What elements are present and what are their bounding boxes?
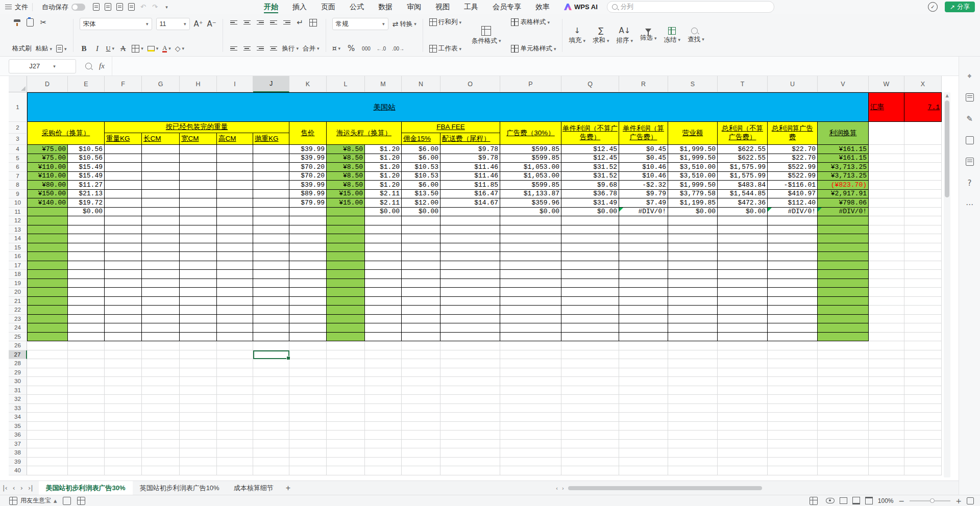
cell[interactable] bbox=[105, 413, 142, 422]
cell[interactable] bbox=[327, 413, 365, 422]
cell[interactable] bbox=[253, 216, 289, 225]
cell[interactable] bbox=[180, 234, 217, 243]
cell[interactable] bbox=[327, 404, 365, 413]
cell[interactable] bbox=[440, 216, 500, 225]
cell[interactable] bbox=[68, 341, 105, 350]
cell[interactable] bbox=[818, 216, 869, 225]
cell[interactable] bbox=[253, 234, 289, 243]
pen-icon[interactable]: ✎ bbox=[965, 114, 975, 124]
cell[interactable] bbox=[440, 323, 500, 333]
cell[interactable]: ¥8.50 bbox=[327, 181, 365, 190]
cell[interactable] bbox=[561, 297, 619, 306]
cell[interactable] bbox=[904, 440, 942, 449]
select-cursor-icon[interactable]: ⌖ bbox=[965, 71, 975, 81]
cell[interactable] bbox=[561, 386, 619, 395]
cell[interactable] bbox=[253, 448, 289, 458]
cell[interactable] bbox=[365, 431, 402, 440]
file-menu[interactable]: 文件 bbox=[15, 3, 28, 12]
page-layout-view-icon[interactable] bbox=[852, 497, 860, 504]
align-left-icon[interactable] bbox=[229, 44, 238, 53]
row-header[interactable]: 24 bbox=[9, 323, 27, 333]
cell[interactable] bbox=[904, 172, 942, 181]
cell[interactable] bbox=[253, 225, 289, 235]
cell[interactable] bbox=[68, 404, 105, 413]
cell[interactable] bbox=[365, 458, 402, 467]
cell[interactable] bbox=[818, 350, 869, 360]
column-header[interactable]: K bbox=[289, 76, 327, 92]
column-header[interactable]: G bbox=[142, 76, 180, 92]
cell[interactable]: $522.99 bbox=[768, 172, 818, 181]
cell[interactable] bbox=[561, 225, 619, 235]
cell[interactable] bbox=[327, 386, 365, 395]
borders-button[interactable]: ▾ bbox=[132, 45, 143, 53]
header-cell[interactable]: 抛重KG bbox=[253, 133, 289, 145]
cell[interactable] bbox=[440, 297, 500, 306]
cell[interactable] bbox=[180, 270, 217, 279]
cell[interactable]: $70.20 bbox=[289, 163, 327, 172]
cell[interactable] bbox=[217, 323, 253, 333]
cell[interactable] bbox=[668, 448, 718, 458]
cell[interactable] bbox=[289, 323, 327, 333]
cell[interactable] bbox=[327, 270, 365, 279]
cell[interactable] bbox=[718, 404, 768, 413]
visibility-icon[interactable] bbox=[826, 498, 835, 503]
cell[interactable] bbox=[619, 252, 668, 261]
cell[interactable] bbox=[904, 234, 942, 243]
decrease-indent-icon[interactable] bbox=[269, 18, 278, 27]
cell[interactable] bbox=[68, 333, 105, 342]
cell[interactable] bbox=[365, 306, 402, 315]
cell[interactable] bbox=[253, 208, 289, 217]
cell[interactable] bbox=[818, 448, 869, 458]
cell[interactable]: ¥75.00 bbox=[27, 154, 68, 163]
cell[interactable]: ¥80.00 bbox=[27, 181, 68, 190]
cell[interactable]: $1,133.87 bbox=[500, 190, 561, 199]
cell[interactable] bbox=[327, 368, 365, 377]
cell[interactable] bbox=[619, 279, 668, 288]
cell[interactable] bbox=[365, 404, 402, 413]
prev-sheet-icon[interactable]: ‹ bbox=[10, 484, 18, 492]
cell[interactable] bbox=[869, 145, 904, 154]
cell[interactable] bbox=[402, 270, 440, 279]
row-header[interactable]: 34 bbox=[9, 413, 27, 422]
cell[interactable] bbox=[718, 413, 768, 422]
row-header[interactable]: 2 bbox=[9, 122, 27, 134]
cell[interactable]: ¥15.00 bbox=[327, 190, 365, 199]
cell[interactable] bbox=[869, 448, 904, 458]
cell[interactable] bbox=[402, 458, 440, 467]
cell[interactable] bbox=[668, 440, 718, 449]
font-name-select[interactable]: 宋体▾ bbox=[80, 18, 152, 30]
cell[interactable] bbox=[180, 297, 217, 306]
cell[interactable] bbox=[561, 422, 619, 431]
cell[interactable] bbox=[440, 413, 500, 422]
cell[interactable] bbox=[142, 297, 180, 306]
cell[interactable] bbox=[105, 190, 142, 199]
cell[interactable] bbox=[668, 279, 718, 288]
cell[interactable] bbox=[869, 279, 904, 288]
align-middle-icon[interactable] bbox=[242, 18, 252, 27]
cell[interactable] bbox=[289, 216, 327, 225]
header-cell[interactable]: 佣金15% bbox=[402, 133, 440, 145]
cell[interactable] bbox=[904, 163, 942, 172]
cell[interactable] bbox=[768, 422, 818, 431]
cell[interactable] bbox=[869, 234, 904, 243]
cell[interactable]: ¥8.50 bbox=[327, 163, 365, 172]
cell[interactable] bbox=[217, 154, 253, 163]
cell[interactable] bbox=[180, 377, 217, 386]
cell[interactable] bbox=[500, 243, 561, 252]
cell[interactable] bbox=[768, 279, 818, 288]
header-cell[interactable]: FBA FEE bbox=[402, 122, 500, 133]
cell[interactable] bbox=[402, 404, 440, 413]
cell[interactable] bbox=[500, 288, 561, 297]
cell[interactable] bbox=[68, 297, 105, 306]
zoom-slider-handle[interactable] bbox=[930, 498, 935, 503]
cell[interactable]: ¥798.06 bbox=[818, 198, 869, 208]
cell[interactable] bbox=[68, 431, 105, 440]
cell[interactable] bbox=[27, 368, 68, 377]
cell[interactable] bbox=[561, 234, 619, 243]
cell[interactable] bbox=[142, 466, 180, 475]
cell[interactable] bbox=[105, 181, 142, 190]
cell[interactable] bbox=[27, 333, 68, 342]
求和-button[interactable]: 求和▾ bbox=[593, 36, 609, 45]
cell[interactable] bbox=[440, 458, 500, 467]
cell[interactable] bbox=[718, 377, 768, 386]
